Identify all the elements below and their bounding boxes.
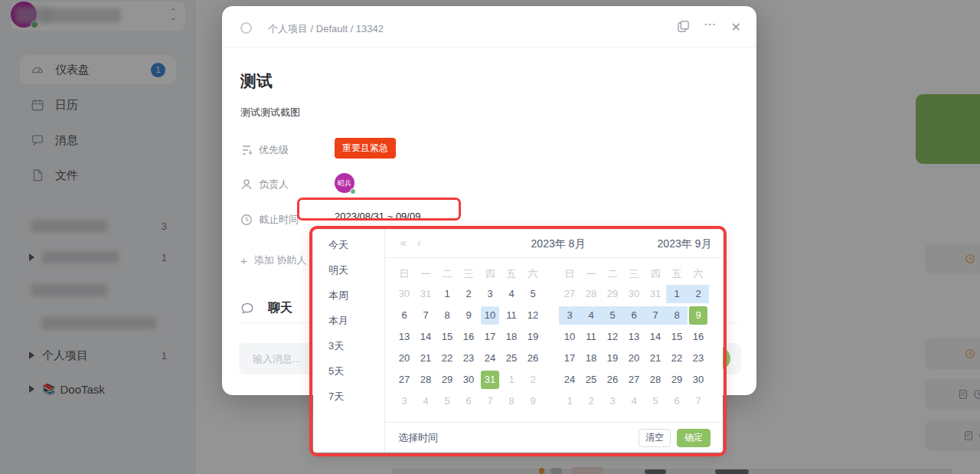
calendar-day[interactable]: 17 bbox=[479, 326, 501, 348]
add-assist-button[interactable]: + 添加 协助人 bbox=[240, 253, 306, 267]
calendar-day[interactable]: 5 bbox=[522, 283, 544, 305]
calendar-day[interactable]: 15 bbox=[666, 326, 688, 348]
calendar-day[interactable]: 18 bbox=[580, 348, 602, 369]
calendar-day[interactable]: 2 bbox=[580, 391, 602, 412]
calendar-day[interactable]: 14 bbox=[415, 326, 436, 348]
calendar-day[interactable]: 14 bbox=[645, 326, 666, 348]
calendar-day-selected[interactable]: 31 bbox=[479, 369, 501, 391]
calendar-day[interactable]: 5 bbox=[645, 391, 666, 412]
calendar-day[interactable]: 31 bbox=[645, 283, 666, 305]
calendar-day[interactable]: 18 bbox=[501, 326, 522, 348]
calendar-day[interactable]: 23 bbox=[458, 348, 479, 369]
task-description[interactable]: 测试测试截图 bbox=[240, 106, 300, 119]
calendar-day[interactable]: 23 bbox=[688, 348, 709, 369]
calendar-day-in-range[interactable]: 8 bbox=[666, 305, 688, 326]
calendar-day[interactable]: 29 bbox=[602, 283, 623, 305]
calendar-day[interactable]: 11 bbox=[580, 326, 602, 348]
calendar-day[interactable]: 4 bbox=[501, 283, 522, 305]
calendar-day[interactable]: 7 bbox=[479, 391, 501, 412]
calendar-day[interactable]: 1 bbox=[501, 369, 522, 391]
next-year-icon[interactable]: » bbox=[703, 237, 709, 249]
calendar-day[interactable]: 9 bbox=[522, 391, 544, 412]
picker-shortcut[interactable]: 明天 bbox=[313, 257, 384, 283]
picker-shortcut[interactable]: 本月 bbox=[313, 308, 384, 333]
calendar-day[interactable]: 29 bbox=[436, 369, 458, 391]
calendar-day[interactable]: 5 bbox=[436, 391, 458, 412]
calendar-day[interactable]: 10 bbox=[559, 326, 580, 348]
calendar-day[interactable]: 22 bbox=[436, 348, 458, 369]
assignee-avatar[interactable]: 昭兵 bbox=[335, 173, 354, 193]
prev-month-icon[interactable]: ‹ bbox=[417, 237, 421, 249]
calendar-day[interactable]: 27 bbox=[394, 369, 415, 391]
picker-shortcut[interactable]: 今天 bbox=[313, 232, 384, 257]
calendar-day[interactable]: 19 bbox=[522, 326, 544, 348]
calendar-day[interactable]: 6 bbox=[394, 305, 415, 326]
calendar-day[interactable]: 3 bbox=[479, 283, 501, 305]
calendar-day[interactable]: 7 bbox=[688, 391, 709, 412]
calendar-day[interactable]: 26 bbox=[602, 369, 623, 391]
calendar-day[interactable]: 27 bbox=[623, 369, 645, 391]
calendar-day[interactable]: 9 bbox=[458, 305, 479, 326]
calendar-day[interactable]: 20 bbox=[623, 348, 645, 369]
calendar-day[interactable]: 27 bbox=[559, 283, 580, 305]
prev-year-icon[interactable]: « bbox=[400, 237, 407, 249]
calendar-day[interactable]: 1 bbox=[559, 391, 580, 412]
calendar-day-in-range[interactable]: 6 bbox=[623, 305, 645, 326]
calendar-day[interactable]: 31 bbox=[415, 283, 436, 305]
picker-shortcut[interactable]: 7天 bbox=[313, 384, 384, 409]
calendar-day[interactable]: 16 bbox=[458, 326, 479, 348]
calendar-day[interactable]: 11 bbox=[501, 305, 522, 326]
calendar-day[interactable]: 12 bbox=[602, 326, 623, 348]
calendar-day[interactable]: 4 bbox=[623, 391, 645, 412]
calendar-day[interactable]: 30 bbox=[394, 283, 415, 305]
clear-button[interactable]: 清空 bbox=[639, 429, 671, 447]
deadline-input[interactable]: 2023/08/31 ~ 09/09 bbox=[335, 211, 420, 222]
select-time-link[interactable]: 选择时间 bbox=[398, 431, 438, 445]
priority-badge[interactable]: 重要且紧急 bbox=[335, 138, 396, 159]
calendar-day[interactable]: 6 bbox=[666, 391, 688, 412]
calendar-day[interactable]: 2 bbox=[458, 283, 479, 305]
calendar-day-in-range[interactable]: 4 bbox=[580, 305, 602, 326]
calendar-day[interactable]: 6 bbox=[458, 391, 479, 412]
calendar-day[interactable]: 7 bbox=[415, 305, 436, 326]
next-month-icon[interactable]: › bbox=[687, 237, 691, 249]
calendar-day-in-range[interactable]: 3 bbox=[559, 305, 580, 326]
calendar-day[interactable]: 30 bbox=[458, 369, 479, 391]
calendar-day[interactable]: 13 bbox=[623, 326, 645, 348]
calendar-day[interactable]: 12 bbox=[522, 305, 544, 326]
calendar-day[interactable]: 25 bbox=[501, 348, 522, 369]
calendar-day[interactable]: 19 bbox=[602, 348, 623, 369]
calendar-day[interactable]: 16 bbox=[688, 326, 709, 348]
calendar-day[interactable]: 26 bbox=[522, 348, 544, 369]
calendar-day[interactable]: 24 bbox=[559, 369, 580, 391]
calendar-day-selected[interactable]: 9 bbox=[688, 305, 709, 326]
calendar-day[interactable]: 30 bbox=[688, 369, 709, 391]
calendar-day[interactable]: 28 bbox=[580, 283, 602, 305]
task-title[interactable]: 测试 bbox=[240, 70, 273, 92]
calendar-day[interactable]: 20 bbox=[394, 348, 415, 369]
calendar-day[interactable]: 22 bbox=[666, 348, 688, 369]
calendar-day[interactable]: 8 bbox=[436, 305, 458, 326]
calendar-day[interactable]: 17 bbox=[559, 348, 580, 369]
confirm-button[interactable]: 确定 bbox=[677, 429, 710, 447]
calendar-day[interactable]: 15 bbox=[436, 326, 458, 348]
picker-shortcut[interactable]: 5天 bbox=[313, 358, 384, 384]
calendar-day[interactable]: 24 bbox=[479, 348, 501, 369]
calendar-day[interactable]: 28 bbox=[645, 369, 666, 391]
calendar-day-in-range[interactable]: 1 bbox=[666, 283, 688, 305]
calendar-day[interactable]: 21 bbox=[645, 348, 666, 369]
close-icon[interactable]: ✕ bbox=[731, 20, 741, 34]
calendar-day[interactable]: 30 bbox=[623, 283, 645, 305]
picker-shortcut[interactable]: 3天 bbox=[313, 333, 384, 358]
task-complete-toggle[interactable] bbox=[240, 22, 252, 34]
calendar-day-in-range[interactable]: 2 bbox=[688, 283, 709, 305]
calendar-day[interactable]: 13 bbox=[394, 326, 415, 348]
more-icon[interactable]: ⋯ bbox=[704, 17, 717, 31]
calendar-day[interactable]: 3 bbox=[394, 391, 415, 412]
calendar-day-today[interactable]: 10 bbox=[479, 305, 501, 326]
breadcrumb[interactable]: 个人项目 / Default / 13342 bbox=[268, 22, 384, 36]
calendar-day[interactable]: 28 bbox=[415, 369, 436, 391]
calendar-day[interactable]: 2 bbox=[522, 369, 544, 391]
calendar-day[interactable]: 8 bbox=[501, 391, 522, 412]
calendar-day[interactable]: 3 bbox=[602, 391, 623, 412]
